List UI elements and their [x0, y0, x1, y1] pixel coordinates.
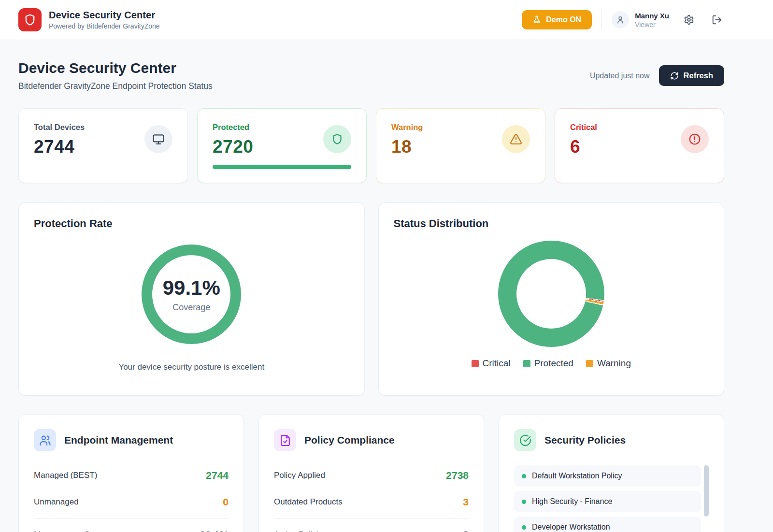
top-header: Device Security Center Powered by Bitdef…	[0, 0, 773, 40]
row-value: 3	[463, 496, 469, 508]
divider	[274, 518, 469, 519]
legend-swatch-critical	[472, 360, 479, 367]
panel-row: Active Policies 8	[274, 525, 469, 532]
policy-document-icon	[274, 429, 296, 451]
app-logo	[18, 8, 42, 31]
avatar	[612, 11, 629, 29]
stat-card-critical: Critical 6	[555, 108, 724, 183]
stat-label: Total Devices	[34, 123, 85, 132]
panel-row: Policy Applied 2738	[274, 465, 469, 486]
panel-title: Security Policies	[544, 434, 626, 446]
row-label: Unmanaged	[34, 497, 79, 507]
stat-value: 2720	[213, 137, 253, 157]
charts-row: Protection Rate 99.1% Coverage Your devi…	[18, 202, 724, 396]
legend-label: Critical	[483, 358, 511, 369]
shield-logo-icon	[23, 13, 37, 27]
panel-row: Outdated Products 3	[274, 492, 469, 512]
refresh-button-label: Refresh	[684, 71, 713, 80]
settings-button[interactable]	[682, 13, 696, 27]
chart-legend: Critical Protected Warning	[472, 358, 631, 369]
stat-label: Critical	[570, 123, 597, 132]
legend-item-critical: Critical	[472, 358, 511, 369]
legend-swatch-protected	[523, 360, 530, 367]
status-dot-icon	[522, 525, 526, 530]
row-value: 99.1%	[200, 529, 229, 532]
row-label: Active Policies	[274, 530, 327, 532]
row-value: 2744	[206, 470, 229, 481]
panel-title: Policy Compliance	[304, 434, 395, 446]
panels-row: Endpoint Management Managed (BEST) 2744 …	[18, 414, 724, 532]
app-subtitle: Powered by Bitdefender GravityZone	[49, 22, 160, 30]
protection-rate-title: Protection Rate	[34, 217, 349, 230]
endpoint-management-card: Endpoint Management Managed (BEST) 2744 …	[18, 414, 244, 532]
stats-row: Total Devices 2744 Protected 2720	[18, 108, 724, 183]
security-policies-card: Security Policies Default Workstation Po…	[499, 414, 724, 532]
panel-row: Management Coverage 99.1%	[34, 525, 229, 532]
refresh-button[interactable]: Refresh	[659, 65, 724, 86]
shield-icon	[323, 125, 351, 153]
status-distribution-card: Status Distribution Critical Protected W…	[378, 202, 725, 396]
panel-row: Managed (BEST) 2744	[34, 465, 229, 486]
flask-icon	[532, 15, 541, 24]
user-menu[interactable]: Manny Xu Viewer	[612, 11, 669, 29]
user-icon	[616, 15, 625, 25]
row-label: Outdated Products	[274, 497, 343, 507]
protection-rate-card: Protection Rate 99.1% Coverage Your devi…	[18, 202, 365, 396]
coverage-label: Coverage	[172, 302, 210, 313]
stat-card-protected: Protected 2720	[197, 108, 367, 183]
policy-name: Default Workstation Policy	[532, 472, 622, 480]
legend-swatch-warning	[586, 360, 593, 367]
row-label: Policy Applied	[274, 471, 325, 480]
stat-value: 2744	[34, 137, 85, 157]
panel-title: Endpoint Management	[64, 434, 173, 446]
logout-button[interactable]	[710, 13, 724, 27]
status-distribution-title: Status Distribution	[394, 217, 709, 230]
demo-mode-button[interactable]: Demo ON	[522, 10, 592, 29]
monitor-icon	[144, 125, 172, 153]
protection-rate-ring-chart: 99.1% Coverage	[142, 244, 241, 344]
users-icon	[34, 429, 56, 451]
posture-caption: Your device security posture is excellen…	[118, 362, 264, 372]
row-value: 8	[463, 529, 469, 532]
gear-icon	[684, 14, 694, 25]
stat-value: 6	[570, 137, 597, 157]
stat-value: 18	[391, 137, 423, 157]
panel-row: Unmanaged 0	[34, 492, 229, 512]
legend-item-warning: Warning	[586, 358, 631, 369]
policy-compliance-card: Policy Compliance Policy Applied 2738 Ou…	[258, 414, 484, 532]
policy-name: Developer Workstation	[532, 523, 610, 532]
protected-progress-bar	[213, 165, 351, 169]
coverage-value: 99.1%	[163, 276, 220, 300]
policy-list[interactable]: Default Workstation Policy High Security…	[514, 465, 709, 532]
divider	[34, 518, 229, 519]
row-value: 2738	[446, 470, 469, 481]
status-distribution-donut-chart	[498, 241, 604, 347]
status-dot-icon	[522, 500, 526, 504]
warning-triangle-icon	[502, 125, 530, 153]
row-label: Managed (BEST)	[34, 471, 97, 480]
stat-label: Protected	[213, 123, 253, 132]
alert-circle-icon	[681, 125, 709, 153]
list-item: Developer Workstation	[514, 517, 701, 532]
legend-item-protected: Protected	[523, 358, 573, 369]
demo-button-label: Demo ON	[546, 15, 581, 24]
header-divider	[601, 10, 601, 29]
legend-label: Warning	[597, 358, 631, 369]
list-item: High Security - Finance	[514, 491, 701, 512]
logout-icon	[712, 14, 722, 25]
stat-card-warning: Warning 18	[376, 108, 545, 183]
legend-label: Protected	[534, 358, 573, 369]
row-label: Management Coverage	[34, 530, 120, 532]
page-title: Device Security Center	[18, 60, 213, 76]
list-item: Default Workstation Policy	[514, 465, 701, 487]
status-dot-icon	[522, 474, 526, 478]
user-role: Viewer	[635, 21, 669, 29]
refresh-icon	[670, 72, 679, 80]
check-circle-icon	[514, 429, 536, 451]
stat-card-total-devices: Total Devices 2744	[18, 108, 188, 183]
dashboard-page: Device Security Center Bitdefender Gravi…	[18, 60, 724, 532]
scrollbar-thumb[interactable]	[704, 465, 709, 517]
stat-label: Warning	[391, 123, 423, 132]
policy-name: High Security - Finance	[532, 497, 612, 506]
last-updated-text: Updated just now	[590, 72, 650, 80]
